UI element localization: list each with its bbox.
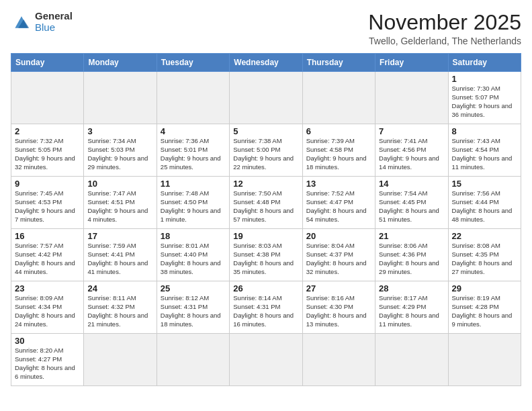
- title-block: November 2025 Twello, Gelderland, The Ne…: [368, 11, 521, 46]
- day-info: Sunrise: 8:09 AM Sunset: 4:34 PM Dayligh…: [15, 294, 80, 328]
- calendar-cell: 7Sunrise: 7:41 AM Sunset: 4:56 PM Daylig…: [375, 124, 448, 177]
- calendar-cell: 30Sunrise: 8:20 AM Sunset: 4:27 PM Dayli…: [11, 334, 84, 386]
- day-number: 12: [233, 179, 298, 189]
- logo-icon: [11, 13, 32, 32]
- calendar-cell: [84, 72, 157, 124]
- calendar-cell: 18Sunrise: 8:01 AM Sunset: 4:40 PM Dayli…: [157, 229, 229, 281]
- day-number: 14: [379, 179, 444, 189]
- calendar-cell: 21Sunrise: 8:06 AM Sunset: 4:36 PM Dayli…: [375, 229, 448, 281]
- calendar-cell: 11Sunrise: 7:48 AM Sunset: 4:50 PM Dayli…: [157, 177, 229, 229]
- day-number: 3: [87, 126, 152, 136]
- calendar-cell: 14Sunrise: 7:54 AM Sunset: 4:45 PM Dayli…: [375, 177, 448, 229]
- subtitle: Twello, Gelderland, The Netherlands: [368, 36, 521, 46]
- day-info: Sunrise: 7:57 AM Sunset: 4:42 PM Dayligh…: [15, 242, 80, 276]
- day-info: Sunrise: 8:03 AM Sunset: 4:38 PM Dayligh…: [233, 242, 298, 276]
- calendar-cell: 28Sunrise: 8:17 AM Sunset: 4:29 PM Dayli…: [375, 281, 448, 334]
- month-title: November 2025: [368, 11, 521, 34]
- day-number: 20: [306, 231, 371, 241]
- weekday-header-tuesday: Tuesday: [157, 54, 229, 72]
- calendar-cell: [157, 334, 229, 386]
- day-info: Sunrise: 8:08 AM Sunset: 4:35 PM Dayligh…: [452, 242, 517, 276]
- day-info: Sunrise: 7:43 AM Sunset: 4:54 PM Dayligh…: [452, 137, 517, 171]
- day-info: Sunrise: 8:20 AM Sunset: 4:27 PM Dayligh…: [15, 347, 80, 381]
- day-number: 6: [306, 126, 371, 136]
- day-info: Sunrise: 7:39 AM Sunset: 4:58 PM Dayligh…: [306, 137, 371, 171]
- calendar-cell: 10Sunrise: 7:47 AM Sunset: 4:51 PM Dayli…: [84, 177, 157, 229]
- calendar-cell: [11, 72, 84, 124]
- day-number: 18: [161, 231, 226, 241]
- day-info: Sunrise: 8:12 AM Sunset: 4:31 PM Dayligh…: [161, 294, 226, 328]
- calendar-cell: 16Sunrise: 7:57 AM Sunset: 4:42 PM Dayli…: [11, 229, 84, 281]
- calendar-cell: [448, 334, 521, 386]
- day-number: 5: [233, 126, 298, 136]
- calendar-cell: 29Sunrise: 8:19 AM Sunset: 4:28 PM Dayli…: [448, 281, 521, 334]
- day-info: Sunrise: 7:36 AM Sunset: 5:01 PM Dayligh…: [161, 137, 226, 171]
- week-row-0: 1Sunrise: 7:30 AM Sunset: 5:07 PM Daylig…: [11, 72, 521, 124]
- day-number: 30: [15, 336, 80, 346]
- day-info: Sunrise: 8:17 AM Sunset: 4:29 PM Dayligh…: [379, 294, 444, 328]
- day-number: 4: [161, 126, 226, 136]
- calendar-cell: 8Sunrise: 7:43 AM Sunset: 4:54 PM Daylig…: [448, 124, 521, 177]
- day-number: 16: [15, 231, 80, 241]
- day-info: Sunrise: 7:41 AM Sunset: 4:56 PM Dayligh…: [379, 137, 444, 171]
- calendar-cell: [230, 334, 302, 386]
- day-info: Sunrise: 7:56 AM Sunset: 4:44 PM Dayligh…: [452, 189, 517, 224]
- calendar-cell: 23Sunrise: 8:09 AM Sunset: 4:34 PM Dayli…: [11, 281, 84, 334]
- day-info: Sunrise: 7:59 AM Sunset: 4:41 PM Dayligh…: [87, 242, 152, 276]
- weekday-header-thursday: Thursday: [302, 54, 375, 72]
- day-info: Sunrise: 7:45 AM Sunset: 4:53 PM Dayligh…: [15, 189, 80, 224]
- weekday-header-row: SundayMondayTuesdayWednesdayThursdayFrid…: [11, 54, 521, 72]
- calendar-cell: [302, 334, 375, 386]
- day-number: 13: [306, 179, 371, 189]
- day-number: 25: [161, 283, 226, 293]
- day-info: Sunrise: 8:06 AM Sunset: 4:36 PM Dayligh…: [379, 242, 444, 276]
- week-row-3: 16Sunrise: 7:57 AM Sunset: 4:42 PM Dayli…: [11, 229, 521, 281]
- day-info: Sunrise: 8:01 AM Sunset: 4:40 PM Dayligh…: [161, 242, 226, 276]
- calendar-cell: 5Sunrise: 7:38 AM Sunset: 5:00 PM Daylig…: [230, 124, 302, 177]
- day-number: 19: [233, 231, 298, 241]
- weekday-header-wednesday: Wednesday: [230, 54, 302, 72]
- day-info: Sunrise: 8:19 AM Sunset: 4:28 PM Dayligh…: [452, 294, 517, 328]
- day-number: 8: [452, 126, 517, 136]
- day-number: 27: [306, 283, 371, 293]
- weekday-header-friday: Friday: [375, 54, 448, 72]
- calendar-cell: [375, 72, 448, 124]
- calendar-cell: 19Sunrise: 8:03 AM Sunset: 4:38 PM Dayli…: [230, 229, 302, 281]
- calendar-cell: [230, 72, 302, 124]
- calendar-cell: 9Sunrise: 7:45 AM Sunset: 4:53 PM Daylig…: [11, 177, 84, 229]
- calendar-cell: 22Sunrise: 8:08 AM Sunset: 4:35 PM Dayli…: [448, 229, 521, 281]
- day-info: Sunrise: 7:47 AM Sunset: 4:51 PM Dayligh…: [87, 189, 152, 224]
- day-number: 9: [15, 179, 80, 189]
- calendar-cell: 3Sunrise: 7:34 AM Sunset: 5:03 PM Daylig…: [84, 124, 157, 177]
- calendar-cell: 2Sunrise: 7:32 AM Sunset: 5:05 PM Daylig…: [11, 124, 84, 177]
- day-number: 28: [379, 283, 444, 293]
- day-number: 17: [87, 231, 152, 241]
- day-info: Sunrise: 7:32 AM Sunset: 5:05 PM Dayligh…: [15, 137, 80, 171]
- day-info: Sunrise: 8:04 AM Sunset: 4:37 PM Dayligh…: [306, 242, 371, 276]
- calendar-cell: [84, 334, 157, 386]
- weekday-header-monday: Monday: [84, 54, 157, 72]
- calendar-cell: 27Sunrise: 8:16 AM Sunset: 4:30 PM Dayli…: [302, 281, 375, 334]
- day-number: 22: [452, 231, 517, 241]
- calendar-cell: 12Sunrise: 7:50 AM Sunset: 4:48 PM Dayli…: [230, 177, 302, 229]
- calendar-cell: [302, 72, 375, 124]
- day-info: Sunrise: 7:50 AM Sunset: 4:48 PM Dayligh…: [233, 189, 298, 224]
- day-number: 1: [452, 74, 517, 84]
- day-info: Sunrise: 7:52 AM Sunset: 4:47 PM Dayligh…: [306, 189, 371, 224]
- day-number: 15: [452, 179, 517, 189]
- day-number: 24: [87, 283, 152, 293]
- day-info: Sunrise: 8:14 AM Sunset: 4:31 PM Dayligh…: [233, 294, 298, 328]
- calendar-cell: 20Sunrise: 8:04 AM Sunset: 4:37 PM Dayli…: [302, 229, 375, 281]
- calendar-cell: 6Sunrise: 7:39 AM Sunset: 4:58 PM Daylig…: [302, 124, 375, 177]
- day-number: 23: [15, 283, 80, 293]
- header: General Blue November 2025 Twello, Gelde…: [11, 11, 521, 46]
- calendar-cell: [157, 72, 229, 124]
- calendar-cell: 17Sunrise: 7:59 AM Sunset: 4:41 PM Dayli…: [84, 229, 157, 281]
- day-info: Sunrise: 8:16 AM Sunset: 4:30 PM Dayligh…: [306, 294, 371, 328]
- calendar-cell: 13Sunrise: 7:52 AM Sunset: 4:47 PM Dayli…: [302, 177, 375, 229]
- day-number: 11: [161, 179, 226, 189]
- logo-text: General Blue: [35, 11, 73, 33]
- day-number: 21: [379, 231, 444, 241]
- day-info: Sunrise: 7:54 AM Sunset: 4:45 PM Dayligh…: [379, 189, 444, 224]
- day-number: 29: [452, 283, 517, 293]
